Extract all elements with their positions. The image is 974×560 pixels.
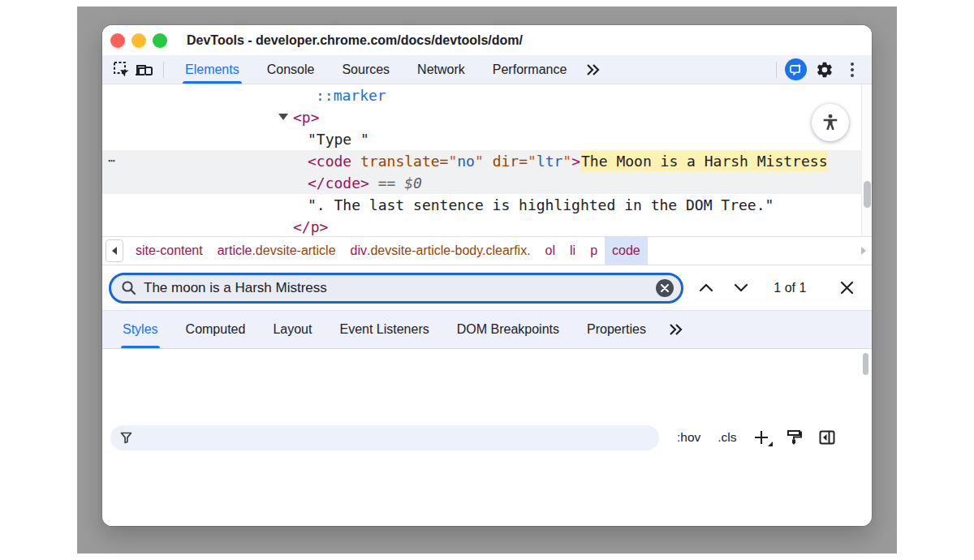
styles-scrollbar-thumb[interactable] bbox=[863, 353, 868, 375]
devtools-window: DevTools - developer.chrome.com/docs/dev… bbox=[102, 25, 872, 526]
device-toolbar-icon[interactable] bbox=[133, 58, 156, 81]
crumb-classes: .devsite-article bbox=[252, 243, 335, 258]
accessibility-overlay-button[interactable] bbox=[812, 104, 849, 141]
dom-node-tag: </p> bbox=[293, 218, 328, 235]
more-tabs-icon[interactable] bbox=[582, 58, 605, 81]
dom-node-q: " bbox=[448, 153, 457, 170]
dom-tree-row[interactable]: ⋯<code translate="no" dir="ltr">The Moon… bbox=[102, 150, 861, 172]
breadcrumb-bar: site-contentarticle.devsite-articlediv.d… bbox=[102, 236, 872, 265]
filter-funnel-icon bbox=[120, 432, 132, 444]
breadcrumb-item-code[interactable]: code bbox=[605, 237, 648, 265]
settings-gear-icon[interactable] bbox=[813, 58, 836, 81]
toggle-element-state-button[interactable]: :hov bbox=[677, 430, 700, 445]
search-match-highlight: The Moon is a Harsh Mistress bbox=[580, 151, 828, 171]
dom-tree-panel: ::marker<p>"Type "⋯<code translate="no" … bbox=[102, 84, 872, 236]
traffic-light-maximize-button[interactable] bbox=[153, 33, 167, 48]
sidebar-tab-dom-breakpoints[interactable]: DOM Breakpoints bbox=[455, 311, 561, 348]
find-bar: 1 of 1 bbox=[102, 265, 872, 310]
breadcrumb-item-article[interactable]: article.devsite-article bbox=[210, 237, 343, 265]
dom-node-q: " bbox=[528, 153, 537, 170]
dom-node-var: $0 bbox=[404, 174, 422, 192]
dom-node-attr: dir= bbox=[493, 153, 528, 170]
crumb-tag: ol bbox=[545, 243, 555, 258]
sidebar-tab-event-listeners[interactable]: Event Listeners bbox=[338, 311, 430, 348]
more-sidebar-tabs-icon[interactable] bbox=[668, 323, 684, 336]
devtools-tab-elements[interactable]: Elements bbox=[183, 55, 242, 84]
dom-tree-row[interactable]: ". The last sentence is highlighted in t… bbox=[102, 194, 861, 216]
devtools-tab-console[interactable]: Console bbox=[265, 55, 317, 84]
dom-tree-row[interactable]: ::marker bbox=[102, 84, 861, 106]
styles-filter-field[interactable] bbox=[110, 425, 659, 450]
dom-scrollbar-thumb[interactable] bbox=[864, 181, 871, 208]
element-classes-button[interactable]: .cls bbox=[718, 430, 736, 445]
sidebar-tabs-bar: StylesComputedLayoutEvent ListenersDOM B… bbox=[102, 310, 872, 349]
dom-node-text: "Type " bbox=[308, 131, 369, 148]
traffic-light-close-button[interactable] bbox=[110, 33, 125, 48]
breadcrumb-item-site-content[interactable]: site-content bbox=[128, 237, 210, 265]
breadcrumb: site-contentarticle.devsite-articlediv.d… bbox=[128, 237, 648, 265]
sidebar-tab-computed[interactable]: Computed bbox=[184, 311, 248, 348]
traffic-light-minimize-button[interactable] bbox=[131, 33, 146, 48]
crumb-tag: p bbox=[590, 243, 597, 258]
breadcrumb-item-p[interactable]: p bbox=[583, 237, 605, 265]
crumb-classes: .devsite-article-body.clearfix. bbox=[367, 243, 531, 258]
dom-tree-row[interactable]: </code> == $0 bbox=[102, 172, 861, 194]
breadcrumb-scroll-right-button[interactable] bbox=[860, 247, 867, 255]
titlebar: DevTools - developer.chrome.com/docs/dev… bbox=[102, 25, 872, 55]
search-field[interactable] bbox=[109, 273, 683, 304]
dom-tree-row[interactable]: <p> bbox=[102, 106, 861, 128]
dom-node-q: " bbox=[562, 153, 571, 170]
dom-node-text: ". The last sentence is highlighted in t… bbox=[308, 196, 774, 213]
dom-node-text bbox=[351, 153, 360, 170]
toolbar-right-icons bbox=[769, 58, 864, 81]
dom-node-tag: <p> bbox=[293, 109, 320, 126]
devtools-tab-network[interactable]: Network bbox=[415, 55, 468, 84]
inspect-icon[interactable] bbox=[110, 58, 133, 81]
crumb-tag: div bbox=[351, 243, 367, 258]
devtools-tab-performance[interactable]: Performance bbox=[490, 55, 570, 84]
sidebar-tab-layout[interactable]: Layout bbox=[271, 311, 313, 348]
toolbar-divider bbox=[776, 62, 777, 78]
breadcrumb-item-div[interactable]: div.devsite-article-body.clearfix. bbox=[343, 237, 538, 265]
panel-tabs: ElementsConsoleSourcesNetworkPerformance bbox=[171, 55, 580, 84]
new-style-rule-plus-icon[interactable] bbox=[754, 430, 769, 445]
crumb-tag: site-content bbox=[136, 243, 203, 258]
crumb-tag: article bbox=[218, 243, 252, 258]
search-input[interactable] bbox=[144, 280, 656, 296]
styles-toolbar-buttons: :hov .cls bbox=[677, 429, 835, 446]
dom-tree-row[interactable]: "Type " bbox=[102, 128, 861, 150]
dom-node-op: == bbox=[369, 174, 404, 192]
devtools-tab-sources[interactable]: Sources bbox=[339, 55, 392, 84]
dom-tree: ::marker<p>"Type "⋯<code translate="no" … bbox=[102, 84, 861, 236]
sidebar-tabs: StylesComputedLayoutEvent ListenersDOM B… bbox=[109, 311, 660, 348]
dom-node-val: no bbox=[457, 153, 475, 170]
close-search-icon[interactable] bbox=[835, 276, 859, 300]
dom-node-tag: </code> bbox=[308, 174, 369, 192]
rendering-brush-icon[interactable] bbox=[786, 429, 802, 446]
dom-tree-row[interactable]: </p> bbox=[102, 216, 861, 236]
dom-node-text bbox=[484, 153, 493, 170]
expand-down-icon[interactable] bbox=[278, 114, 288, 120]
devtools-toolbar: ElementsConsoleSourcesNetworkPerformance bbox=[102, 55, 872, 84]
dom-node-pseudo: ::marker bbox=[316, 87, 386, 104]
breadcrumb-item-ol[interactable]: ol bbox=[538, 237, 562, 265]
find-previous-button[interactable] bbox=[695, 276, 718, 300]
dom-node-q: " bbox=[475, 153, 484, 170]
search-icon bbox=[121, 280, 136, 295]
clear-search-icon[interactable] bbox=[656, 279, 674, 297]
dom-node-val: ltr bbox=[537, 153, 563, 170]
dom-node-tag: > bbox=[571, 153, 580, 170]
sidebar-tab-properties[interactable]: Properties bbox=[585, 311, 648, 348]
dom-scrollbar[interactable] bbox=[861, 84, 872, 236]
find-next-button[interactable] bbox=[730, 276, 753, 300]
crumb-tag: code bbox=[612, 243, 640, 258]
styles-filter-bar: :hov .cls bbox=[102, 349, 872, 526]
row-more-actions-icon[interactable]: ⋯ bbox=[108, 150, 116, 172]
ai-assistant-icon[interactable] bbox=[784, 58, 807, 81]
toolbar-divider bbox=[163, 62, 164, 78]
sidebar-tab-styles[interactable]: Styles bbox=[121, 311, 160, 348]
toggle-sidebar-icon[interactable] bbox=[819, 430, 835, 445]
breadcrumb-item-li[interactable]: li bbox=[562, 237, 583, 265]
breadcrumb-scroll-left-button[interactable] bbox=[106, 239, 123, 262]
kebab-menu-icon[interactable] bbox=[841, 58, 864, 81]
